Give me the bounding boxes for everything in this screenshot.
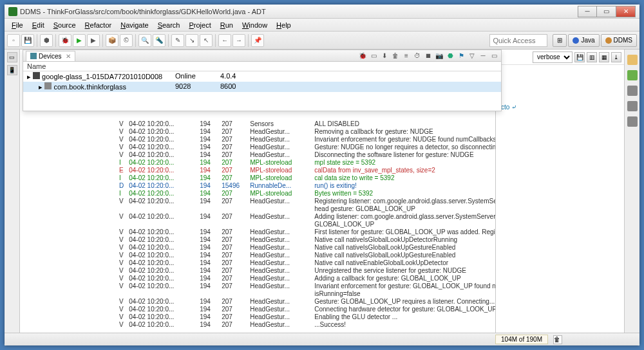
app-window: DDMS - ThinkForGlass/src/com/book/thinkf… [4, 4, 640, 346]
devices-icon [30, 53, 37, 59]
devices-header: Name [23, 62, 501, 71]
separator [135, 34, 136, 47]
separator [215, 34, 216, 47]
debug-process-icon[interactable]: 🐞 [358, 51, 367, 60]
window-title: DDMS - ThinkForGlass/src/com/book/thinkf… [20, 8, 266, 15]
main-toolbar: ▫ 💾 ⬢ 🐞 ▶ ▶ 📦 © 🔍 🔦 ✎ ↘ ↖ ← → 📌 ⊞ Java D… [5, 32, 639, 50]
prev-annotation-button[interactable]: ↖ [200, 34, 213, 47]
device-row[interactable]: ▸ com.book.thinkforglass90288600 [23, 82, 501, 92]
device-view-icon[interactable]: 📱 [7, 65, 17, 75]
separator [102, 34, 103, 47]
search-button[interactable]: 🔦 [153, 34, 166, 47]
open-perspective-button[interactable]: ⊞ [553, 34, 567, 47]
update-threads-icon[interactable]: ≡ [402, 51, 411, 60]
devices-close-icon[interactable]: ✕ [66, 53, 71, 60]
maximize-view-icon[interactable]: ▭ [489, 51, 498, 60]
minimize-button[interactable]: ─ [578, 6, 597, 17]
separator [168, 34, 169, 47]
devices-body: Name ▸ google-glass_1-015DA77201010D008O… [23, 62, 501, 92]
systrace-icon[interactable]: ⚑ [457, 51, 466, 60]
minimize-view-icon[interactable]: ─ [478, 51, 488, 60]
cause-gc-icon[interactable]: 🗑 [391, 51, 400, 60]
menu-bar: FileEditSourceRefactorNavigateSearchProj… [5, 19, 639, 32]
ddms-perspective-button[interactable]: DDMS [601, 34, 637, 47]
stop-process-icon[interactable]: ⏹ [424, 51, 433, 60]
title-bar: DDMS - ThinkForGlass/src/com/book/thinkf… [5, 5, 639, 19]
back-button[interactable]: ← [218, 34, 231, 47]
screen-capture-icon[interactable]: 📷 [435, 51, 444, 60]
hierarchy-icon[interactable] [627, 86, 638, 96]
pin-button[interactable]: 📌 [251, 34, 264, 47]
display-filters-icon[interactable]: ▦ [599, 52, 609, 62]
devices-panel: Devices ✕ 🐞 ▭ ⬇ 🗑 ≡ ⏱ ⏹ 📷 ⬣ ⚑ ▽ [23, 50, 502, 111]
run-button[interactable]: ▶ [73, 34, 86, 47]
emulator-icon[interactable] [627, 116, 638, 127]
separator [55, 34, 56, 47]
devices-tab: Devices ✕ 🐞 ▭ ⬇ 🗑 ≡ ⏱ ⏹ 📷 ⬣ ⚑ ▽ [23, 50, 501, 62]
menu-search[interactable]: Search [153, 20, 185, 30]
open-type-button[interactable]: 🔍 [138, 34, 151, 47]
menu-window[interactable]: Window [238, 20, 272, 30]
scroll-lock-icon[interactable]: ⤓ [611, 52, 621, 62]
status-bar: 104M of 190M 🗑 [5, 333, 639, 345]
update-heap-icon[interactable]: ▭ [369, 51, 378, 60]
separator [248, 34, 249, 47]
new-class-button[interactable]: © [120, 34, 133, 47]
dump-hprof-icon[interactable]: ⬇ [380, 51, 389, 60]
menu-file[interactable]: File [7, 20, 28, 30]
menu-navigate[interactable]: Navigate [116, 20, 153, 30]
log-level-select[interactable]: verbose [533, 51, 573, 63]
right-trim [624, 50, 639, 333]
start-method-profiling-icon[interactable]: ⏱ [413, 51, 422, 60]
menu-refactor[interactable]: Refactor [80, 20, 117, 30]
run-last-button[interactable]: ▶ [87, 34, 100, 47]
debug-button[interactable]: 🐞 [59, 34, 71, 47]
device-row[interactable]: ▸ google-glass_1-015DA77201010D008Online… [23, 71, 501, 82]
menu-run[interactable]: Run [216, 20, 238, 30]
dump-view-icon[interactable]: ⬣ [446, 51, 455, 60]
next-annotation-button[interactable]: ↘ [185, 34, 198, 47]
app-icon [8, 7, 17, 16]
build-button[interactable]: ⬢ [40, 34, 53, 47]
separator [37, 34, 37, 47]
menu-edit[interactable]: Edit [28, 20, 49, 30]
android-icon[interactable] [627, 70, 638, 80]
quick-access-input[interactable] [489, 34, 547, 47]
close-button[interactable]: ✕ [616, 6, 636, 17]
view-menu-icon[interactable]: ▽ [468, 51, 477, 60]
toggle-mark-button[interactable]: ✎ [171, 34, 184, 47]
new-package-button[interactable]: 📦 [106, 34, 118, 47]
new-button[interactable]: ▫ [7, 34, 20, 47]
heap-status[interactable]: 104M of 190M [495, 335, 548, 344]
content-area: ▭ 📱 Devices ✕ 🐞 ▭ ⬇ 🗑 ≡ [5, 50, 639, 333]
file-explorer-icon[interactable] [627, 101, 638, 111]
forward-button[interactable]: → [232, 34, 245, 47]
menu-source[interactable]: Source [49, 20, 80, 30]
editor-host: Devices ✕ 🐞 ▭ ⬇ 🗑 ≡ ⏱ ⏹ 📷 ⬣ ⚑ ▽ [20, 50, 624, 333]
java-perspective-button[interactable]: Java [568, 34, 599, 47]
save-log-icon[interactable]: 💾 [574, 52, 585, 62]
menu-help[interactable]: Help [272, 20, 296, 30]
left-trim: ▭ 📱 [5, 50, 20, 333]
cto-text: cto ⤶ [496, 65, 624, 111]
gc-button[interactable]: 🗑 [553, 335, 562, 344]
right-panel: verbose 💾 ▥ ▦ ⤓ cto ⤶ [495, 50, 624, 333]
clear-log-icon[interactable]: ▥ [587, 52, 597, 62]
outline-icon[interactable] [627, 55, 638, 65]
save-button[interactable]: 💾 [21, 34, 34, 47]
menu-project[interactable]: Project [185, 20, 216, 30]
restore-view-icon[interactable]: ▭ [7, 52, 17, 62]
devices-tab-label[interactable]: Devices ✕ [26, 51, 75, 61]
maximize-button[interactable]: ▭ [597, 6, 616, 17]
